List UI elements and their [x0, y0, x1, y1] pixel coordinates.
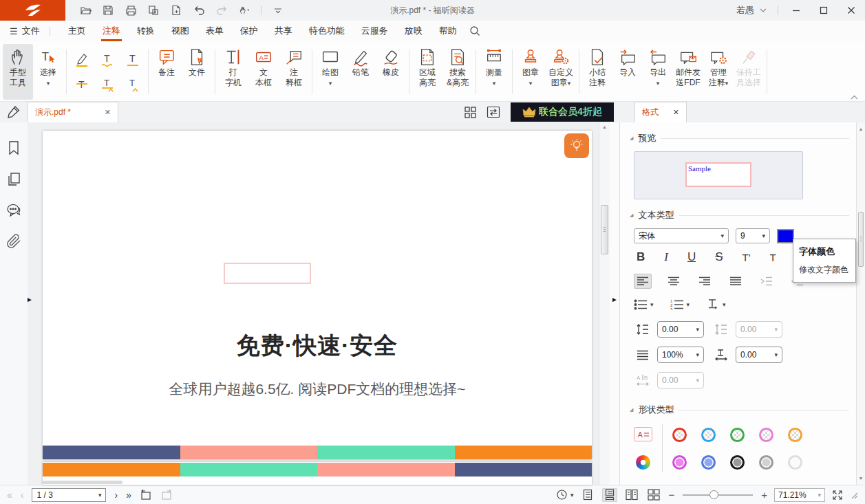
- user-account-button[interactable]: 若愚: [729, 4, 773, 17]
- continuous-view-button[interactable]: [602, 488, 617, 502]
- font-color-button[interactable]: [777, 229, 794, 243]
- collapse-expander-icon[interactable]: ◢: [630, 135, 633, 141]
- collapse-ribbon-button[interactable]: [851, 95, 858, 100]
- text-direction-button[interactable]: ▾: [706, 298, 726, 310]
- tab-features[interactable]: 特色功能: [301, 21, 353, 41]
- tab-convert[interactable]: 转换: [129, 21, 163, 41]
- tab-help[interactable]: 帮助: [431, 21, 465, 41]
- annotate-pen-button[interactable]: [0, 105, 28, 119]
- shape-color-red[interactable]: [672, 428, 687, 442]
- zoom-slider[interactable]: [683, 490, 753, 500]
- tip-lightbulb-button[interactable]: [564, 133, 589, 158]
- eraser-button[interactable]: 橡皮: [376, 44, 406, 100]
- print-button[interactable]: [125, 4, 137, 17]
- panel-scrollbar[interactable]: ▲ ▼: [856, 122, 865, 485]
- scroll-up-arrow[interactable]: ▲: [857, 127, 865, 131]
- callout-button[interactable]: 注 释框: [279, 44, 309, 100]
- new-page-button[interactable]: [170, 4, 182, 17]
- customize-qat-button[interactable]: [272, 4, 284, 17]
- bookmarks-panel-button[interactable]: [7, 140, 21, 155]
- text-style-button[interactable]: A: [634, 427, 652, 441]
- import-comments-button[interactable]: 导入: [612, 44, 643, 100]
- last-page-button[interactable]: »: [126, 490, 131, 501]
- facing-continuous-view-button[interactable]: [646, 488, 661, 502]
- zoom-out-button[interactable]: −: [668, 489, 674, 501]
- align-left-button[interactable]: [634, 274, 652, 289]
- summarize-comments-button[interactable]: 小结 注释: [582, 44, 612, 100]
- format-panel-tab[interactable]: 格式 ✕: [634, 102, 687, 122]
- tab-home[interactable]: 主页: [60, 21, 94, 41]
- tab-overview-button[interactable]: [464, 106, 477, 119]
- horizontal-scrollbar-thumb[interactable]: [41, 481, 122, 484]
- search-highlight-button[interactable]: 搜索 &高亮: [442, 44, 473, 100]
- area-highlight-button[interactable]: 区域 高亮: [412, 44, 442, 100]
- shape-color-white[interactable]: [788, 455, 802, 470]
- strikethrough-button[interactable]: S: [715, 250, 723, 264]
- previous-view-button[interactable]: [140, 490, 152, 501]
- manage-comments-button[interactable]: 管理 注释▾: [703, 44, 734, 100]
- pages-panel-button[interactable]: [7, 172, 21, 187]
- fullscreen-button[interactable]: [832, 490, 843, 501]
- next-page-button[interactable]: ›: [114, 490, 118, 501]
- bullet-list-button[interactable]: ▾: [634, 299, 654, 310]
- subscript-button[interactable]: T: [770, 252, 776, 263]
- zoom-slider-thumb[interactable]: [709, 490, 718, 499]
- justify-button[interactable]: [727, 274, 745, 289]
- collapse-expander-icon[interactable]: ◢: [630, 407, 633, 413]
- numbered-list-button[interactable]: 123 ▾: [670, 299, 690, 310]
- redo-button[interactable]: [215, 4, 228, 17]
- shape-color-orange[interactable]: [788, 428, 802, 442]
- char-spacing-select[interactable]: 0.00▾: [736, 347, 782, 363]
- pdf-page-1[interactable]: 免费·快速·安全 全球用户超越6.5亿. 阅读PDF文档的理想选择~: [43, 131, 592, 459]
- save-button[interactable]: [102, 4, 114, 17]
- foxit-logo[interactable]: [0, 0, 65, 21]
- pencil-button[interactable]: 铅笔: [345, 44, 376, 100]
- scrollbar-thumb[interactable]: [601, 205, 608, 254]
- single-page-view-button[interactable]: [580, 488, 595, 502]
- search-button[interactable]: [469, 25, 480, 36]
- horizontal-scale-select[interactable]: 100%▾: [657, 347, 704, 363]
- drawing-button[interactable]: 绘图 ▾: [315, 44, 345, 100]
- switch-tabs-button[interactable]: [487, 106, 500, 118]
- page-number-select[interactable]: 1 / 3 ▾: [32, 488, 106, 502]
- zoom-in-button[interactable]: +: [761, 489, 767, 501]
- measure-button[interactable]: 测量 ▾: [479, 44, 509, 100]
- shape-type-section-header[interactable]: ◢ 形状类型: [620, 398, 856, 421]
- select-tool-button[interactable]: T 选择 ▾: [33, 44, 63, 100]
- tab-protect[interactable]: 保护: [232, 21, 266, 41]
- shape-color-gray[interactable]: [759, 455, 773, 470]
- tab-present[interactable]: 放映: [396, 21, 431, 41]
- scrollbar-thumb[interactable]: [858, 212, 864, 267]
- squiggly-underline-tool-button[interactable]: T: [98, 50, 117, 69]
- pdf-page-2[interactable]: [43, 462, 592, 485]
- text-type-section-header[interactable]: ◢ 文本类型: [620, 204, 856, 227]
- textbox-annotation[interactable]: [224, 263, 311, 284]
- email-fdf-button[interactable]: 邮件发 送FDF: [673, 44, 703, 100]
- expand-right-panel-arrow[interactable]: ►: [611, 296, 618, 303]
- open-file-button[interactable]: [79, 4, 92, 17]
- shape-color-pink[interactable]: [759, 428, 773, 442]
- shape-color-periwinkle[interactable]: [701, 455, 716, 470]
- scroll-down-arrow[interactable]: ▼: [857, 476, 865, 481]
- copy-page-button[interactable]: [147, 4, 160, 17]
- undo-button[interactable]: [193, 4, 205, 17]
- tab-share[interactable]: 共享: [266, 21, 301, 41]
- expand-left-panel-arrow[interactable]: ►: [26, 296, 33, 303]
- tab-view[interactable]: 视图: [163, 21, 197, 41]
- minimize-button[interactable]: [782, 0, 810, 21]
- textbox-button[interactable]: A 文 本框: [248, 44, 279, 100]
- document-tab[interactable]: 演示.pdf * ✕: [28, 102, 118, 122]
- close-format-panel-icon[interactable]: ✕: [673, 108, 679, 117]
- scroll-up-arrow[interactable]: ▲: [599, 124, 610, 129]
- tab-comment[interactable]: 注释: [94, 21, 129, 41]
- shape-color-green[interactable]: [730, 428, 745, 442]
- underline-tool-button[interactable]: T: [123, 50, 142, 69]
- typewriter-button[interactable]: 打 字机: [218, 44, 248, 100]
- auto-scroll-button[interactable]: ▾: [556, 489, 574, 501]
- shape-color-black[interactable]: [730, 455, 745, 470]
- insert-text-tool-button[interactable]: T: [123, 75, 142, 94]
- preview-section-header[interactable]: ◢ 预览: [620, 127, 856, 150]
- close-tab-icon[interactable]: ✕: [105, 108, 111, 117]
- note-button[interactable]: 备注: [151, 44, 182, 100]
- custom-stamp-button[interactable]: 自定义 图章▾: [546, 44, 576, 100]
